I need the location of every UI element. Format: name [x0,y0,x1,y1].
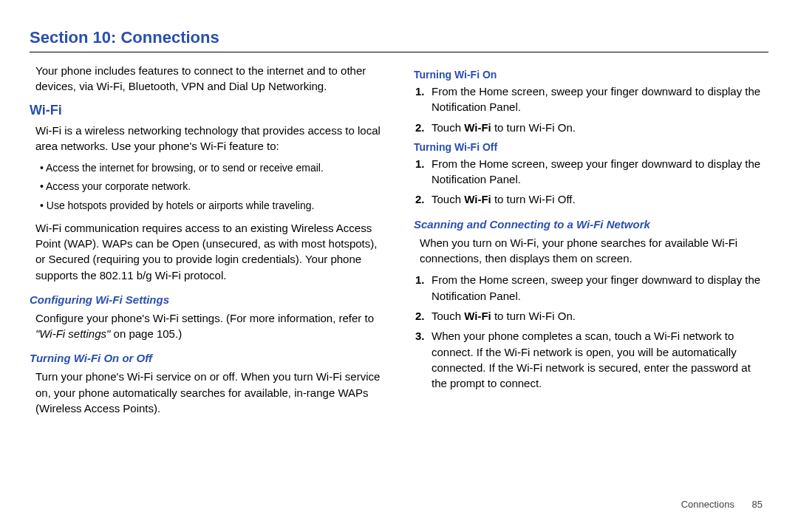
turning-onoff-paragraph: Turn your phone's Wi-Fi service on or of… [30,369,384,416]
text: on page 105.) [110,327,182,340]
right-column: Turning Wi-Fi On 1.From the Home screen,… [414,63,768,422]
list-item: Access your corporate network. [40,179,384,195]
page-footer: Connections 85 [681,499,763,510]
scanning-steps: 1.From the Home screen, sweep your finge… [414,272,768,391]
wifi-wap-paragraph: Wi-Fi communication requires access to a… [30,220,384,283]
wifi-heading: Wi-Fi [30,103,384,118]
scanning-paragraph: When you turn on Wi-Fi, your phone searc… [414,235,768,267]
configuring-heading: Configuring Wi-Fi Settings [30,293,384,306]
intro-paragraph: Your phone includes features to connect … [30,63,384,94]
list-item: 1.From the Home screen, sweep your finge… [432,83,768,115]
turning-off-steps: 1.From the Home screen, sweep your finge… [414,156,768,208]
list-item: Use hotspots provided by hotels or airpo… [40,198,384,214]
turning-on-heading: Turning Wi-Fi On [414,69,768,81]
list-item: 2.Touch Wi-Fi to turn Wi-Fi On. [432,120,768,135]
scanning-heading: Scanning and Connecting to a Wi-Fi Netwo… [414,218,768,231]
two-column-layout: Your phone includes features to connect … [30,63,768,422]
wifi-description: Wi-Fi is a wireless networking technolog… [30,123,384,154]
wifi-feature-list: Access the internet for browsing, or to … [30,160,384,214]
text: Configure your phone's Wi-Fi settings. (… [35,312,374,324]
cross-reference: "Wi-Fi settings" [35,327,110,340]
turning-off-heading: Turning Wi-Fi Off [414,141,768,153]
section-title: Section 10: Connections [30,28,768,52]
turning-onoff-heading: Turning Wi-Fi On or Off [30,352,384,364]
page-number: 85 [752,499,763,510]
footer-section: Connections [681,499,734,510]
list-item: Access the internet for browsing, or to … [40,160,384,177]
list-item: 2.Touch Wi-Fi to turn Wi-Fi Off. [432,191,768,207]
turning-on-steps: 1.From the Home screen, sweep your finge… [414,83,768,135]
list-item: 2.Touch Wi-Fi to turn Wi-Fi On. [432,308,768,324]
list-item: 1.From the Home screen, sweep your finge… [432,156,768,188]
configuring-paragraph: Configure your phone's Wi-Fi settings. (… [30,310,384,342]
left-column: Your phone includes features to connect … [30,63,384,422]
list-item: 3.When your phone completes a scan, touc… [432,328,768,391]
list-item: 1.From the Home screen, sweep your finge… [432,272,768,304]
